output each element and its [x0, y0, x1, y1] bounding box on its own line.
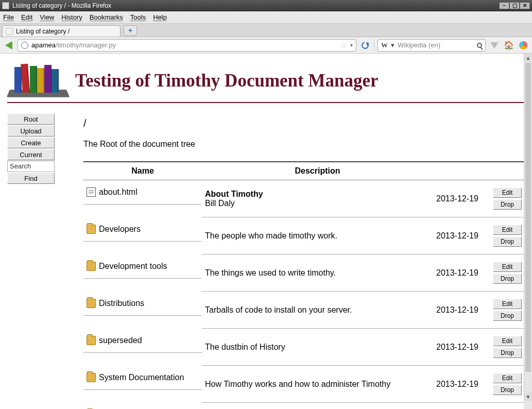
url-path: /timothy/manager.py — [56, 41, 116, 49]
bookmark-star-icon[interactable]: ☆ — [340, 41, 347, 49]
app-icon — [2, 2, 9, 9]
page-banner: Testing of Timothy Document Manager — [7, 64, 525, 103]
sidebar-search-input[interactable]: Search — [7, 161, 55, 172]
globe-icon — [21, 42, 28, 49]
url-bar[interactable]: apamea/timothy/manager.py ☆ ▾ — [18, 39, 356, 52]
row-name[interactable]: System Documentation — [99, 373, 184, 382]
drop-button[interactable]: Drop — [493, 348, 522, 358]
nav-toolbar: apamea/timothy/manager.py ☆ ▾ W ▾ Wikipe… — [0, 37, 532, 54]
menu-tools[interactable]: Tools — [130, 13, 146, 21]
row-name[interactable]: superseded — [99, 336, 142, 345]
row-name[interactable]: Development tools — [99, 262, 167, 271]
search-box[interactable]: W ▾ Wikipedia (en) — [377, 39, 486, 52]
reload-icon — [360, 40, 370, 50]
document-icon — [87, 188, 96, 197]
toolbar-separator — [374, 40, 374, 51]
menu-view[interactable]: View — [40, 13, 54, 21]
edit-button[interactable]: Edit — [493, 262, 522, 272]
url-dropdown-icon[interactable]: ▾ — [350, 42, 353, 48]
breadcrumb: / — [83, 117, 525, 129]
row-description: Tarballs of code to install on your serv… — [202, 292, 433, 329]
menu-bookmarks[interactable]: Bookmarks — [90, 13, 123, 21]
viewport: Testing of Timothy Document Manager Root… — [0, 54, 532, 409]
row-description: The things we used to write timothy. — [202, 254, 433, 292]
home-button[interactable]: 🏠 — [503, 40, 514, 51]
edit-button[interactable]: Edit — [493, 336, 522, 346]
main-content: / The Root of the document tree Name Des… — [83, 113, 525, 409]
back-button[interactable] — [3, 40, 14, 51]
table-row: System DocumentationHow Timothy works an… — [83, 366, 525, 403]
subtitle: The Root of the document tree — [83, 140, 525, 149]
row-name[interactable]: about.html — [99, 188, 138, 197]
sidebar-root-button[interactable]: Root — [7, 113, 55, 125]
tab-title: Listing of category / — [16, 28, 70, 35]
row-name[interactable]: Developers — [99, 225, 141, 234]
sidebar-find-button[interactable]: Find — [7, 173, 55, 184]
url-host: apamea — [31, 41, 56, 49]
folder-icon — [87, 299, 96, 308]
menu-help[interactable]: Help — [153, 13, 167, 21]
col-name: Name — [83, 162, 202, 180]
scroll-corner — [524, 401, 532, 409]
row-description: The dustbin of History — [202, 329, 433, 366]
search-engine-dropdown-icon[interactable]: ▾ — [391, 41, 394, 49]
home-icon: 🏠 — [504, 40, 514, 50]
row-date: 2013-12-19 — [433, 403, 490, 410]
search-icon[interactable] — [477, 43, 482, 48]
drop-button[interactable]: Drop — [493, 236, 522, 247]
edit-button[interactable]: Edit — [493, 188, 522, 198]
close-button[interactable]: ✕ — [520, 2, 530, 9]
wikipedia-icon: W — [381, 41, 388, 49]
addon-button[interactable] — [518, 40, 529, 51]
window-title: Listing of category / - Mozilla Firefox — [12, 2, 111, 9]
drop-button[interactable]: Drop — [493, 274, 522, 284]
drop-button[interactable]: Drop — [493, 311, 522, 321]
table-row: User DocumentationHow to use timothy2013… — [83, 403, 525, 410]
arrow-left-icon — [5, 41, 12, 49]
reload-button[interactable] — [359, 40, 371, 51]
maximize-button[interactable]: ▢ — [509, 2, 520, 9]
new-tab-button[interactable]: + — [124, 25, 137, 36]
downloads-button[interactable] — [489, 40, 500, 51]
edit-button[interactable]: Edit — [493, 373, 522, 383]
scroll-down-icon[interactable]: ▼ — [524, 393, 532, 401]
folder-icon — [87, 225, 96, 234]
row-name[interactable]: Distributions — [99, 299, 144, 308]
listing-table: Name Description about.htmlAbout Timothy… — [83, 161, 525, 409]
minimize-button[interactable]: – — [499, 2, 509, 9]
table-row: DistributionsTarballs of code to install… — [83, 292, 525, 329]
row-description: About TimothyBill Daly — [202, 180, 433, 217]
scroll-up-icon[interactable]: ▲ — [524, 54, 532, 62]
folder-icon — [87, 336, 96, 345]
swirl-icon — [519, 41, 527, 49]
sidebar-upload-button[interactable]: Upload — [7, 125, 55, 137]
edit-button[interactable]: Edit — [493, 299, 522, 309]
drop-button[interactable]: Drop — [493, 199, 522, 210]
menu-bar: File Edit View History Bookmarks Tools H… — [0, 11, 532, 24]
row-date: 2013-12-19 — [433, 366, 490, 403]
window-titlebar: Listing of category / - Mozilla Firefox … — [0, 0, 532, 11]
row-description: How to use timothy — [202, 403, 433, 410]
drop-button[interactable]: Drop — [493, 385, 522, 395]
menu-file[interactable]: File — [3, 13, 14, 21]
table-row: Development toolsThe things we used to w… — [83, 254, 525, 292]
row-date: 2013-12-19 — [433, 292, 490, 329]
sidebar: Root Upload Create Current Search Find — [7, 113, 59, 409]
row-date: 2013-12-19 — [433, 217, 490, 254]
vertical-scrollbar[interactable]: ▲ ▼ — [524, 54, 532, 401]
row-description: The people who made timothy work. — [202, 217, 433, 254]
tab-active[interactable]: Listing of category / — [2, 25, 121, 37]
sidebar-current-button[interactable]: Current — [7, 149, 55, 160]
menu-history[interactable]: History — [61, 13, 82, 21]
page-title: Testing of Timothy Document Manager — [75, 71, 379, 91]
bookshelf-logo — [7, 64, 69, 100]
scroll-thumb[interactable] — [525, 63, 531, 372]
menu-edit[interactable]: Edit — [21, 13, 32, 21]
row-date: 2013-12-19 — [433, 254, 490, 292]
table-row: DevelopersThe people who made timothy wo… — [83, 217, 525, 254]
edit-button[interactable]: Edit — [493, 225, 522, 235]
col-date — [433, 162, 490, 180]
row-description: How Timothy works and how to administer … — [202, 366, 433, 403]
table-row: supersededThe dustbin of History2013-12-… — [83, 329, 525, 366]
sidebar-create-button[interactable]: Create — [7, 137, 55, 148]
